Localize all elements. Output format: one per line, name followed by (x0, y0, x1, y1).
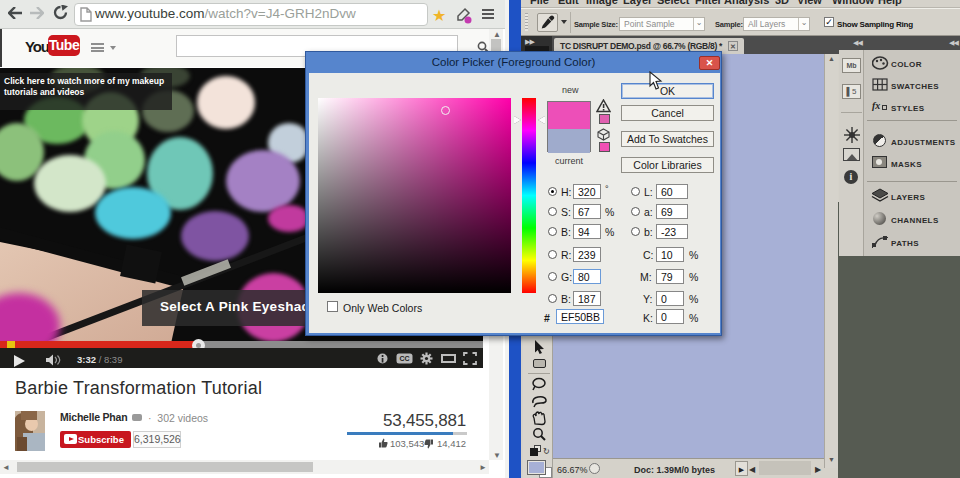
svg-text:CC: CC (399, 355, 409, 362)
